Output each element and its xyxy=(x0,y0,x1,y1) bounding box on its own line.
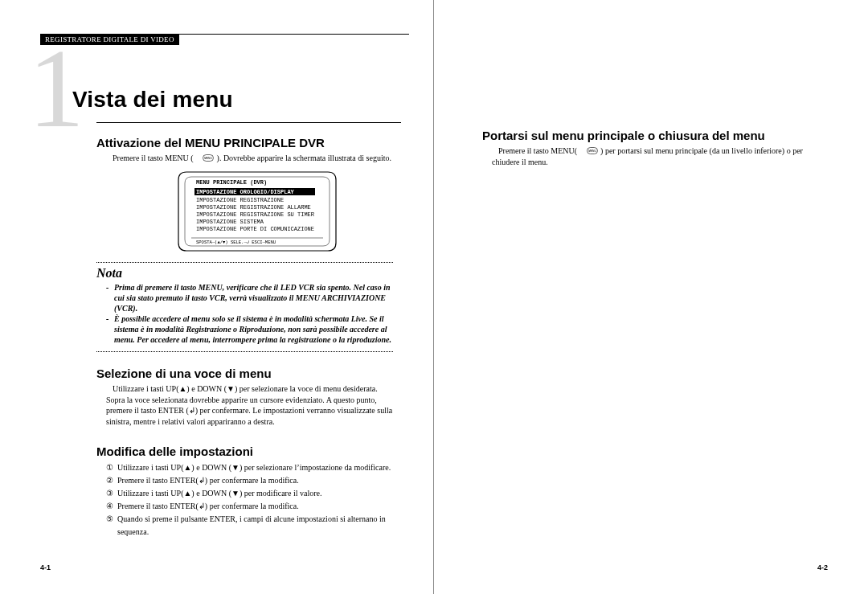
menu-screen-figure: MENU PRINCIPALE (DVR) IMPOSTAZIONE OROLO… xyxy=(177,170,393,256)
modifica-steps-list: ① Utilizzare i tasti UP(▲) e DOWN (▼) pe… xyxy=(106,461,393,539)
svg-text:MENU: MENU xyxy=(588,150,596,153)
page-number-right: 4-2 xyxy=(817,563,828,571)
nota-item-1: - Prima di premere il tasto MENU, verifi… xyxy=(106,282,393,313)
menu-item-0: IMPOSTAZIONE OROLOGIO/DISPLAY xyxy=(196,189,295,195)
section-heading-portarsi: Portarsi sul menu principale o chiusura … xyxy=(482,129,828,142)
step-4: ④ Premere il tasto ENTER(↲) per conferma… xyxy=(106,500,393,513)
page-number-left: 4-1 xyxy=(40,563,51,571)
menu-item-3: IMPOSTAZIONE REGISTRAZIONE SU TIMER xyxy=(196,211,315,218)
step-text-5: Quando si preme il pulsante ENTER, i cam… xyxy=(117,513,393,539)
dotted-separator-bottom xyxy=(96,351,393,352)
nota-item-2-text: È possibile accedere al menu solo se il … xyxy=(114,313,393,345)
chapter-underline xyxy=(96,122,401,123)
nota-item-1-text: Prima di premere il tasto MENU, verifica… xyxy=(114,282,393,313)
document-header-label: REGISTRATORE DIGITALE DI VIDEO xyxy=(40,34,179,45)
dotted-separator-top xyxy=(96,262,393,263)
section-heading-attivazione: Attivazione del MENU PRINCIPALE DVR xyxy=(96,136,393,150)
step-text-1: Utilizzare i tasti UP(▲) e DOWN (▼) per … xyxy=(117,461,393,474)
menu-button-icon: MENU xyxy=(196,154,214,165)
menu-item-2: IMPOSTAZIONE REGISTRAZIONE ALLARME xyxy=(196,204,311,211)
step-text-4: Premere il tasto ENTER(↲) per confermare… xyxy=(117,500,393,513)
section-heading-selezione: Selezione di una voce di menu xyxy=(96,367,393,380)
chapter-title: Vista dei menu xyxy=(72,87,393,113)
menu-item-4: IMPOSTAZIONE SISTEMA xyxy=(196,219,264,225)
step-text-2: Premere il tasto ENTER(↲) per confermare… xyxy=(117,474,393,487)
svg-text:MENU: MENU xyxy=(204,157,212,160)
menu-item-1: IMPOSTAZIONE REGISTRAZIONE xyxy=(196,197,284,203)
step-2: ② Premere il tasto ENTER(↲) per conferma… xyxy=(106,474,393,487)
page-left: REGISTRATORE DIGITALE DI VIDEO 1 Vista d… xyxy=(0,0,434,594)
step-marker-1: ① xyxy=(106,461,117,474)
section-heading-modifica: Modifica delle impostazioni xyxy=(96,444,393,458)
step-marker-5: ⑤ xyxy=(106,513,117,526)
right-body: Premere il tasto MENU( MENU ) per portar… xyxy=(492,145,812,168)
nota-heading: Nota xyxy=(96,266,393,281)
menu-button-icon: MENU xyxy=(580,146,598,158)
step-3: ③ Utilizzare i tasti UP(▲) e DOWN (▼) pe… xyxy=(106,487,393,500)
menu-screen-footer: SPOSTA→(▲/▼) SELE.→↲ ESCI→MENU xyxy=(196,240,276,245)
right-body-pre: Premere il tasto MENU( xyxy=(498,146,577,155)
menu-screen-title: MENU PRINCIPALE (DVR) xyxy=(196,179,267,186)
step-marker-3: ③ xyxy=(106,487,117,500)
section1-body-post: ). Dovrebbe apparire la schermata illust… xyxy=(217,154,391,162)
step-marker-4: ④ xyxy=(106,500,117,513)
step-text-3: Utilizzare i tasti UP(▲) e DOWN (▼) per … xyxy=(117,487,393,500)
nota-list: - Prima di premere il tasto MENU, verifi… xyxy=(106,282,393,345)
section2-body: Utilizzare i tasti UP(▲) e DOWN (▼) per … xyxy=(106,383,393,427)
menu-item-5: IMPOSTAZIONE PORTE DI COMUNICAZIONE xyxy=(196,226,314,232)
step-marker-2: ② xyxy=(106,474,117,487)
step-5: ⑤ Quando si preme il pulsante ENTER, i c… xyxy=(106,513,393,539)
page-right: Portarsi sul menu principale o chiusura … xyxy=(434,0,868,594)
nota-item-2: - È possibile accedere al menu solo se i… xyxy=(106,313,393,345)
section1-body-pre: Premere il tasto MENU ( xyxy=(113,154,194,162)
section1-body: Premere il tasto MENU ( MENU ). Dovrebbe… xyxy=(106,153,393,164)
step-1: ① Utilizzare i tasti UP(▲) e DOWN (▼) pe… xyxy=(106,461,393,474)
